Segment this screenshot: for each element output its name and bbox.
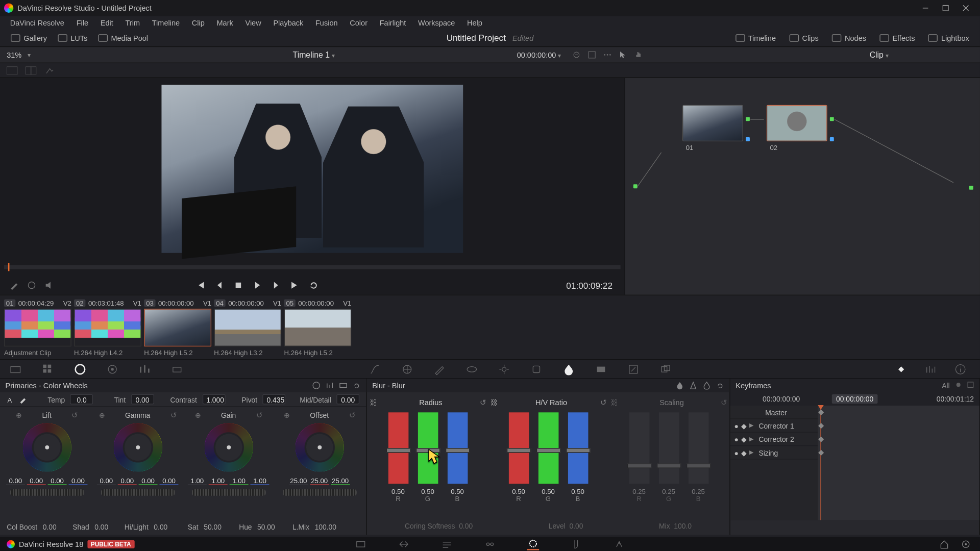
coring-value[interactable]: 0.00 [459, 522, 473, 530]
lmix-value[interactable]: 100.00 [315, 523, 336, 531]
pointer-icon[interactable] [619, 51, 627, 59]
kf-expand-icon[interactable] [967, 382, 974, 388]
deliver-page-tab[interactable] [613, 538, 625, 550]
clip-card[interactable]: 0500:00:00:00V1 H.264 High L5.2 [284, 298, 351, 357]
gain-wheel[interactable] [204, 423, 253, 471]
menu-item[interactable]: File [70, 19, 94, 27]
play-button[interactable] [253, 281, 262, 290]
camera-raw-icon[interactable] [9, 363, 21, 375]
gamma-jog[interactable] [101, 489, 175, 496]
bypass-icon[interactable] [572, 51, 581, 59]
key-icon[interactable] [595, 363, 607, 375]
slider-g[interactable] [538, 412, 558, 484]
clip-card[interactable]: 0200:03:01:48V1 H.264 High L4.2 [74, 298, 141, 357]
reset-icon[interactable] [716, 382, 724, 390]
magic-mask-icon[interactable] [530, 363, 543, 375]
wheels-mode-icon[interactable] [312, 382, 321, 390]
menu-item[interactable]: Fairlight [374, 19, 412, 27]
color-page-tab[interactable] [527, 538, 539, 550]
slider-b[interactable] [447, 412, 468, 484]
slider-b[interactable] [568, 412, 588, 484]
level-value[interactable]: 0.00 [570, 522, 583, 530]
nodes-pane[interactable]: 01 02 [625, 78, 980, 295]
gamma-wheel[interactable] [113, 423, 162, 471]
bars-mode-icon[interactable] [326, 382, 334, 390]
lift-wheel[interactable] [22, 423, 71, 471]
stop-button[interactable] [234, 281, 243, 290]
node-02[interactable] [767, 105, 827, 141]
kf-row[interactable]: Master [730, 406, 818, 419]
contrast-value[interactable]: 1.000 [202, 394, 225, 405]
node-01[interactable] [682, 105, 743, 141]
gain-jog[interactable] [191, 489, 265, 496]
menu-item[interactable]: Edit [94, 19, 119, 27]
offset-jog[interactable] [282, 489, 356, 496]
kf-all-dropdown[interactable]: All [942, 382, 949, 390]
blur-icon[interactable] [562, 363, 575, 375]
scopes-icon[interactable] [925, 363, 937, 375]
reset-icon[interactable] [353, 382, 361, 390]
3d-icon[interactable] [659, 363, 672, 375]
graph-output-port[interactable] [969, 186, 973, 190]
slider-b[interactable] [688, 412, 708, 484]
hl-value[interactable]: 0.00 [154, 523, 167, 531]
next-frame-button[interactable] [272, 281, 281, 290]
menu-item[interactable]: Color [344, 19, 373, 27]
hue-value[interactable]: 50.00 [257, 523, 275, 531]
md-value[interactable]: 0.00 [336, 394, 359, 405]
gallery-button[interactable]: Gallery [6, 31, 53, 44]
fairlight-page-tab[interactable] [570, 538, 582, 550]
slider-r[interactable] [508, 412, 529, 484]
cut-page-tab[interactable] [398, 538, 410, 550]
timeline-selector[interactable]: Timeline 1 [293, 50, 335, 59]
slider-r[interactable] [388, 412, 408, 484]
motion-effects-icon[interactable] [171, 363, 183, 375]
viewer-scrubber[interactable] [4, 265, 621, 269]
clips-button[interactable]: Clips [784, 31, 824, 44]
mute-icon[interactable] [44, 281, 54, 290]
info-icon[interactable] [954, 363, 967, 375]
pivot-value[interactable]: 0.435 [263, 394, 286, 405]
kf-row[interactable]: ●◆▶Sizing [730, 446, 818, 459]
port-out2-b[interactable] [830, 137, 834, 141]
hand-icon[interactable] [634, 51, 643, 59]
clip-card[interactable]: 0300:00:00:00V1 H.264 High L5.2 [144, 298, 211, 357]
lift-jog[interactable] [10, 489, 84, 496]
loop-button[interactable] [309, 281, 318, 290]
media-pool-button[interactable]: Media Pool [93, 31, 154, 44]
menu-item[interactable]: Timeline [146, 19, 186, 27]
color-wheels-icon[interactable] [74, 363, 86, 375]
slider-r[interactable] [629, 412, 649, 484]
mist-mode-icon[interactable] [703, 382, 711, 390]
slider-g[interactable] [418, 412, 438, 484]
prev-frame-button[interactable] [215, 281, 224, 290]
keyframe-track-area[interactable] [818, 406, 979, 520]
home-icon[interactable] [940, 540, 949, 549]
log-mode-icon[interactable] [339, 382, 348, 390]
curves-icon[interactable] [369, 363, 381, 375]
highlight-icon[interactable] [44, 66, 55, 74]
dots-icon[interactable] [603, 51, 611, 59]
flag-icon[interactable] [27, 281, 36, 290]
kf-row[interactable]: ●◆▶Corrector 1 [730, 419, 818, 432]
image-wipe-icon[interactable] [7, 66, 17, 74]
tint-value[interactable]: 0.00 [131, 394, 154, 405]
mix-value[interactable]: 100.0 [674, 522, 692, 530]
luts-button[interactable]: LUTs [53, 31, 93, 44]
zoom-dropdown[interactable]: 31% [0, 51, 38, 59]
lightbox-button[interactable]: Lightbox [923, 31, 974, 44]
clip-card[interactable]: 0400:00:00:00V1 H.264 High L3.2 [214, 298, 281, 357]
menu-item[interactable]: Clip [186, 19, 211, 27]
first-frame-button[interactable] [196, 281, 205, 290]
timeline-button[interactable]: Timeline [730, 31, 781, 44]
color-checker-icon[interactable] [42, 363, 54, 375]
sharpen-mode-icon[interactable] [689, 382, 697, 390]
menu-item[interactable]: Playback [267, 19, 310, 27]
menu-item[interactable]: View [239, 19, 267, 27]
tracker-icon[interactable] [498, 363, 510, 375]
shad-value[interactable]: 0.00 [94, 523, 108, 531]
split-view-icon[interactable] [26, 66, 36, 74]
temp-value[interactable]: 0.0 [70, 394, 93, 405]
viewer-image[interactable] [161, 85, 463, 253]
menu-item[interactable]: Trim [119, 19, 146, 27]
